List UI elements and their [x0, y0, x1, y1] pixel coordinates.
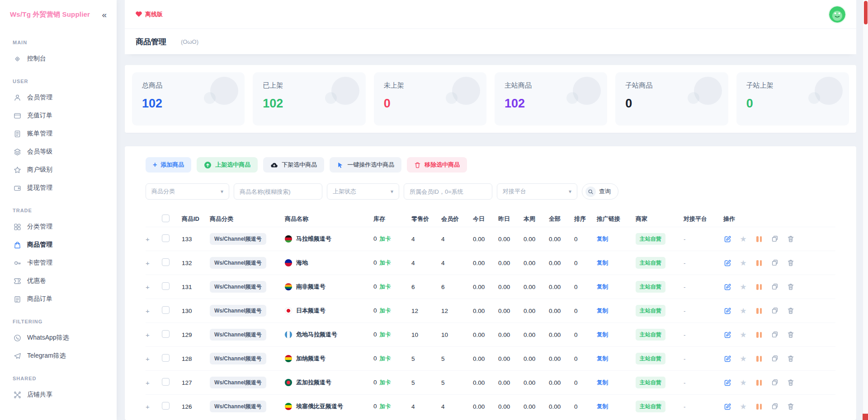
star-icon[interactable]: ★ [739, 283, 747, 291]
sidebar-item-withdraw-management[interactable]: 提现管理 [10, 179, 107, 197]
edit-icon[interactable] [723, 355, 731, 363]
row-checkbox[interactable] [162, 354, 170, 362]
star-icon[interactable]: ★ [739, 378, 747, 387]
copy-promo-link[interactable]: 复制 [597, 379, 608, 386]
product-name-input[interactable] [234, 183, 322, 200]
row-expand-button[interactable]: + [146, 235, 150, 243]
star-icon[interactable]: ★ [739, 307, 747, 315]
user-avatar[interactable] [829, 6, 845, 23]
star-icon[interactable]: ★ [739, 259, 747, 267]
pause-icon[interactable] [755, 355, 763, 363]
row-expand-button[interactable]: + [146, 355, 150, 363]
trash-icon[interactable] [787, 331, 795, 339]
scrollbar-thumb[interactable] [864, 1, 868, 24]
copy-promo-link[interactable]: 复制 [597, 308, 608, 314]
sidebar-item-category-management[interactable]: 分类管理 [10, 218, 107, 236]
pause-icon[interactable] [755, 378, 763, 387]
edit-icon[interactable] [723, 259, 731, 267]
sidebar-item-product-management[interactable]: 商品管理 [10, 236, 107, 254]
copy-icon[interactable] [771, 235, 779, 243]
remove-selected-button[interactable]: 移除选中商品 [407, 157, 467, 173]
edit-icon[interactable] [723, 402, 731, 411]
row-checkbox[interactable] [162, 258, 170, 266]
trash-icon[interactable] [787, 259, 795, 267]
sidebar-item-telegram-filter[interactable]: Telegram筛选 [10, 347, 107, 365]
copy-promo-link[interactable]: 复制 [597, 331, 608, 338]
add-product-button[interactable]: + 添加商品 [146, 157, 191, 173]
sidebar-item-coupons[interactable]: 优惠卷 [10, 272, 107, 290]
pause-icon[interactable] [755, 283, 763, 291]
row-checkbox[interactable] [162, 234, 170, 242]
trash-icon[interactable] [787, 307, 795, 315]
search-button[interactable]: 查询 [582, 183, 618, 200]
copy-icon[interactable] [771, 331, 779, 339]
copy-icon[interactable] [771, 402, 779, 411]
vertical-scrollbar[interactable] [863, 0, 868, 420]
star-icon[interactable]: ★ [739, 355, 747, 363]
sidebar-item-bill-management[interactable]: 账单管理 [10, 125, 107, 143]
pause-icon[interactable] [755, 402, 763, 411]
trash-icon[interactable] [787, 355, 795, 363]
row-checkbox[interactable] [162, 402, 170, 410]
trash-icon[interactable] [787, 378, 795, 387]
star-icon[interactable]: ★ [739, 331, 747, 339]
copy-icon[interactable] [771, 378, 779, 387]
copy-promo-link[interactable]: 复制 [597, 236, 608, 242]
edit-icon[interactable] [723, 378, 731, 387]
sidebar-item-console[interactable]: 控制台 [10, 50, 107, 68]
add-card-link[interactable]: 加卡 [380, 308, 391, 314]
edit-icon[interactable] [723, 235, 731, 243]
sidebar-item-product-orders[interactable]: 商品订单 [10, 290, 107, 308]
copy-icon[interactable] [771, 259, 779, 267]
sidebar-item-member-management[interactable]: 会员管理 [10, 89, 107, 107]
edit-icon[interactable] [723, 331, 731, 339]
row-expand-button[interactable]: + [146, 403, 150, 411]
row-expand-button[interactable]: + [146, 379, 150, 387]
unpublish-selected-button[interactable]: 下架选中商品 [263, 157, 324, 173]
add-card-link[interactable]: 加卡 [380, 284, 391, 290]
add-card-link[interactable]: 加卡 [380, 355, 391, 362]
row-checkbox[interactable] [162, 330, 170, 338]
row-checkbox[interactable] [162, 282, 170, 290]
sidebar-collapse-icon[interactable]: « [102, 10, 107, 19]
app-logo[interactable]: Ws/Tg 外贸营销 Supplier [10, 10, 90, 19]
one-key-operate-button[interactable]: 一键操作选中商品 [330, 157, 401, 173]
star-icon[interactable]: ★ [739, 402, 747, 411]
copy-icon[interactable] [771, 307, 779, 315]
publish-selected-button[interactable]: 上架选中商品 [197, 157, 258, 173]
offline-version-badge[interactable]: 离线版 [136, 10, 163, 19]
row-expand-button[interactable]: + [146, 283, 150, 291]
copy-promo-link[interactable]: 复制 [597, 355, 608, 362]
category-select[interactable]: 商品分类 ▾ [146, 183, 229, 200]
star-icon[interactable]: ★ [739, 235, 747, 243]
pause-icon[interactable] [755, 331, 763, 339]
sidebar-item-whatsapp-filter[interactable]: WhatsApp筛选 [10, 329, 107, 347]
add-card-link[interactable]: 加卡 [380, 236, 391, 242]
edit-icon[interactable] [723, 307, 731, 315]
row-expand-button[interactable]: + [146, 259, 150, 267]
sidebar-item-shop-sharing[interactable]: 店铺共享 [10, 386, 107, 404]
status-select[interactable]: 上架状态 ▾ [327, 183, 399, 200]
platform-select[interactable]: 对接平台 ▾ [497, 183, 577, 200]
trash-icon[interactable] [787, 235, 795, 243]
trash-icon[interactable] [787, 283, 795, 291]
add-card-link[interactable]: 加卡 [380, 403, 391, 410]
copy-promo-link[interactable]: 复制 [597, 284, 608, 290]
pause-icon[interactable] [755, 235, 763, 243]
pause-icon[interactable] [755, 307, 763, 315]
add-card-link[interactable]: 加卡 [380, 379, 391, 386]
copy-promo-link[interactable]: 复制 [597, 260, 608, 266]
row-checkbox[interactable] [162, 378, 170, 386]
select-all-checkbox[interactable] [162, 215, 170, 222]
row-checkbox[interactable] [162, 306, 170, 314]
add-card-link[interactable]: 加卡 [380, 260, 391, 266]
sidebar-item-recharge-orders[interactable]: 充值订单 [10, 107, 107, 125]
row-expand-button[interactable]: + [146, 307, 150, 315]
sidebar-item-card-key-management[interactable]: 卡密管理 [10, 254, 107, 272]
pause-icon[interactable] [755, 259, 763, 267]
trash-icon[interactable] [787, 402, 795, 411]
edit-icon[interactable] [723, 283, 731, 291]
member-id-input[interactable] [404, 183, 492, 200]
row-expand-button[interactable]: + [146, 331, 150, 339]
copy-icon[interactable] [771, 355, 779, 363]
